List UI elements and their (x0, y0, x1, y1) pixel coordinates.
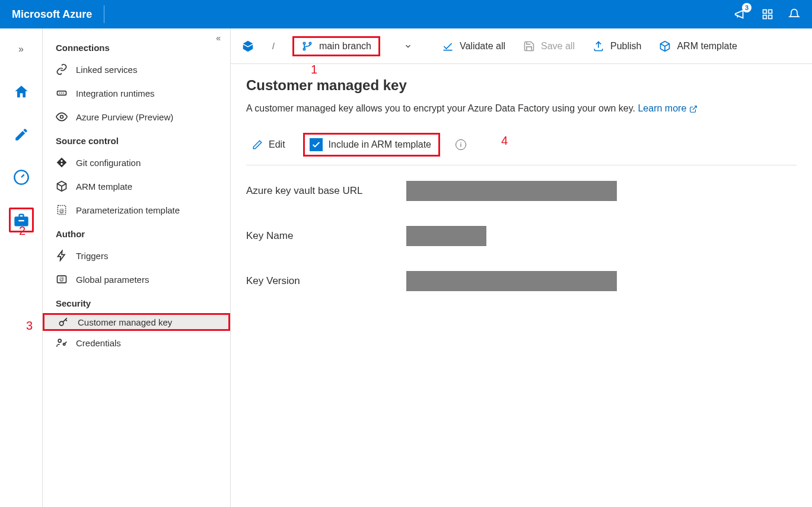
sidebar-item-param[interactable]: @ Parameterization template (43, 198, 230, 222)
sidebar-item-label: Customer managed key (78, 317, 172, 327)
sidebar-item-label: Triggers (76, 251, 108, 261)
eye-icon (56, 111, 68, 123)
save-all-label: Save all (541, 41, 575, 52)
key-icon (58, 316, 69, 328)
sidebar-item-label: Azure Purview (Preview) (76, 112, 173, 122)
cube-icon (56, 180, 68, 192)
left-rail: » 2 (0, 28, 43, 507)
template-icon: @ (56, 204, 68, 216)
svg-point-14 (63, 343, 65, 345)
sidebar-item-label: Git configuration (76, 158, 141, 168)
edit-label: Edit (269, 139, 285, 150)
publish-button[interactable]: Publish (593, 40, 641, 52)
svg-point-7 (60, 116, 63, 119)
gauge-icon[interactable] (9, 165, 34, 190)
brand-label: Microsoft Azure (12, 8, 92, 21)
field-label-key-version: Key Version (246, 275, 406, 287)
svg-text:@: @ (59, 276, 64, 282)
svg-rect-5 (18, 220, 24, 221)
notification-badge: 3 (742, 3, 752, 12)
svg-rect-0 (763, 10, 767, 14)
annotation-1: 1 (311, 63, 317, 76)
sidebar-item-git[interactable]: Git configuration (43, 151, 230, 174)
git-icon (56, 157, 68, 168)
breadcrumb-slash: / (272, 42, 275, 51)
field-value-vault-url (406, 181, 617, 201)
sidebar: « Connections Linked services Integratio… (43, 28, 231, 507)
svg-text:@: @ (59, 208, 64, 214)
megaphone-icon[interactable]: 3 (734, 8, 747, 21)
dashboard-icon[interactable] (762, 8, 773, 20)
sidebar-item-purview[interactable]: Azure Purview (Preview) (43, 105, 230, 129)
arm-template-button[interactable]: ARM template (659, 40, 737, 52)
datafactory-icon (241, 40, 254, 53)
sidebar-item-integration[interactable]: Integration runtimes (43, 81, 230, 105)
page-title: Customer managed key (246, 77, 797, 94)
arm-template-label: ARM template (677, 41, 737, 52)
svg-point-15 (303, 42, 305, 44)
annotation-2: 2 (19, 224, 26, 238)
sidebar-item-arm[interactable]: ARM template (43, 174, 230, 198)
sidebar-item-label: Parameterization template (76, 205, 180, 215)
sidebar-item-triggers[interactable]: Triggers (43, 244, 230, 267)
bell-icon[interactable] (788, 8, 800, 20)
header-divider (104, 5, 104, 23)
validate-all-label: Validate all (460, 41, 505, 52)
svg-point-13 (58, 339, 61, 342)
svg-point-16 (309, 42, 311, 44)
sidebar-item-cmk[interactable]: Customer managed key (43, 313, 230, 331)
save-all-button: Save all (523, 40, 575, 52)
runtime-icon (56, 87, 68, 99)
svg-rect-3 (769, 15, 772, 19)
sidebar-item-linked[interactable]: Linked services (43, 58, 230, 81)
external-link-icon (689, 103, 698, 113)
rail-expand-icon[interactable]: » (9, 37, 34, 62)
at-icon: @ (56, 273, 68, 285)
collapse-icon[interactable]: « (216, 33, 221, 43)
sidebar-item-global[interactable]: @ Global parameters (43, 267, 230, 291)
include-arm-checkbox-group[interactable]: Include in ARM template (303, 133, 440, 157)
chevron-down-icon[interactable] (404, 42, 412, 50)
section-connections: Connections (43, 36, 230, 58)
toolbar: / main branch 1 Validate all Save all Pu… (231, 28, 812, 64)
section-author: Author (43, 222, 230, 244)
annotation-4: 4 (501, 134, 508, 148)
pencil-icon[interactable] (9, 122, 34, 147)
field-value-key-version (406, 271, 617, 291)
edit-button[interactable]: Edit (246, 136, 291, 154)
person-key-icon (56, 337, 68, 349)
svg-rect-1 (769, 10, 772, 14)
branch-selector[interactable]: main branch (292, 36, 380, 56)
branch-label: main branch (319, 41, 371, 52)
sidebar-item-label: Credentials (76, 338, 121, 348)
info-icon[interactable]: i (456, 139, 466, 150)
validate-all-button[interactable]: Validate all (442, 40, 505, 52)
learn-more-link[interactable]: Learn more (638, 103, 697, 113)
svg-point-17 (303, 48, 305, 50)
field-value-key-name (406, 226, 486, 246)
page-description: A customer managed key allows you to enc… (246, 103, 797, 114)
section-source-control: Source control (43, 129, 230, 151)
field-label-key-name: Key Name (246, 230, 406, 242)
sidebar-item-credentials[interactable]: Credentials (43, 331, 230, 355)
home-icon[interactable] (9, 79, 34, 104)
publish-label: Publish (610, 41, 641, 52)
field-label-vault-url: Azure key vault base URL (246, 185, 406, 197)
link-icon (56, 63, 68, 75)
section-security: Security (43, 291, 230, 313)
sidebar-item-label: Global parameters (76, 275, 149, 285)
sidebar-item-label: ARM template (76, 181, 132, 192)
annotation-3: 3 (26, 319, 33, 333)
checkbox-checked-icon[interactable] (310, 138, 323, 151)
top-header: Microsoft Azure 3 (0, 0, 812, 28)
bolt-icon (56, 250, 68, 262)
sidebar-item-label: Linked services (76, 65, 137, 75)
svg-rect-2 (763, 15, 767, 19)
sidebar-item-label: Integration runtimes (76, 88, 155, 98)
include-label: Include in ARM template (329, 139, 431, 150)
